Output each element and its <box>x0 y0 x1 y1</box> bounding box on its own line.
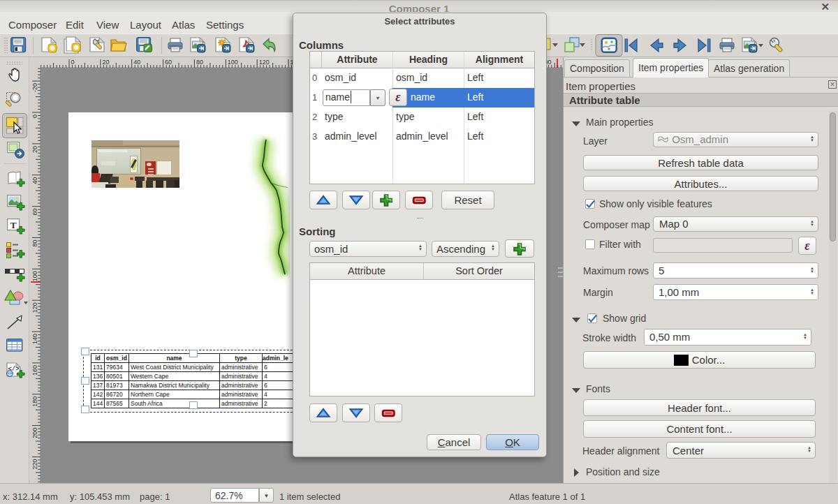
svg-text:T: T <box>10 220 17 230</box>
svg-text:80: 80 <box>31 239 38 246</box>
svg-text:20: 20 <box>102 59 109 66</box>
svg-text:0: 0 <box>31 114 38 118</box>
svg-text:220: 220 <box>31 459 38 470</box>
svg-text:120: 120 <box>31 302 38 313</box>
svg-text:100: 100 <box>228 59 238 66</box>
svg-text:160: 160 <box>31 365 38 376</box>
svg-text:20: 20 <box>31 146 38 153</box>
svg-text:60: 60 <box>31 209 38 216</box>
svg-text:140: 140 <box>31 334 38 344</box>
svg-text:120: 120 <box>259 59 270 66</box>
svg-text:180: 180 <box>31 396 38 407</box>
svg-text:60: 60 <box>165 59 172 66</box>
svg-text:40: 40 <box>31 177 38 184</box>
svg-text:80: 80 <box>196 59 203 66</box>
svg-text:0: 0 <box>71 59 75 66</box>
svg-text:200: 200 <box>31 428 38 438</box>
svg-text:100: 100 <box>31 271 38 281</box>
svg-text:40: 40 <box>133 59 140 66</box>
svg-text:-20: -20 <box>31 83 38 92</box>
